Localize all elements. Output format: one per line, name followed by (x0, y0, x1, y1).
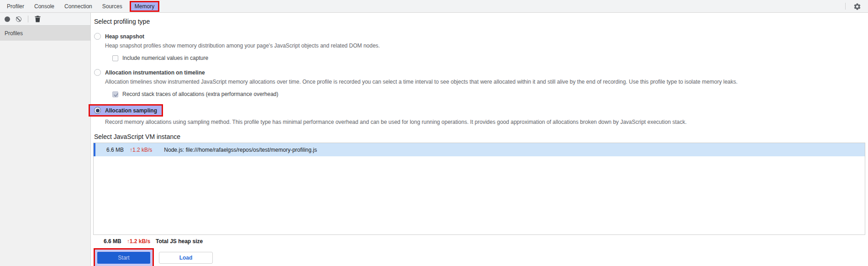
allocation-timeline-description: Allocation timelines show instrumented J… (105, 79, 868, 85)
start-button[interactable]: Start (97, 252, 150, 264)
heap-snapshot-label: Heap snapshot (105, 33, 144, 40)
action-buttons-row: Start Load (94, 248, 868, 266)
include-numerical-values-label: Include numerical values in capture (122, 55, 208, 61)
annotation-box-start: Start (94, 248, 154, 266)
tab-connection[interactable]: Connection (59, 0, 97, 12)
vm-instance-row[interactable]: 6.6 MB ↑1.2 kB/s Node.js: file:///home/r… (94, 143, 865, 156)
allocation-sampling-label[interactable]: Allocation sampling (105, 107, 157, 114)
devtools-tabbar: Profiler Console Connection Sources Memo… (0, 0, 868, 13)
profiles-sidebar: Profiles (0, 26, 91, 266)
allocation-sampling-description: Record memory allocations using sampling… (105, 119, 868, 125)
clear-icon[interactable] (16, 16, 21, 22)
vm-instance-table: 6.6 MB ↑1.2 kB/s Node.js: file:///home/r… (93, 143, 865, 235)
record-icon[interactable] (5, 16, 10, 22)
record-stack-traces-label: Record stack traces of allocations (extr… (122, 91, 279, 97)
allocation-timeline-radio[interactable] (94, 69, 101, 76)
gear-icon[interactable] (853, 2, 861, 11)
toolbar-separator (28, 16, 28, 22)
vm-heap-rate: ↑1.2 kB/s (130, 147, 152, 153)
total-heap-size-value: 6.6 MB (104, 238, 121, 245)
sidebar-item-profiles[interactable]: Profiles (0, 26, 90, 41)
vm-heap-size: 6.6 MB (105, 147, 124, 153)
option-heap-snapshot[interactable]: Heap snapshot (94, 33, 868, 40)
profiling-type-heading: Select profiling type (94, 18, 868, 25)
heap-snapshot-radio[interactable] (94, 33, 101, 40)
option-allocation-timeline[interactable]: Allocation instrumentation on timeline (94, 69, 868, 76)
include-numerical-values-row[interactable]: Include numerical values in capture (112, 55, 868, 61)
memory-panel: Select profiling type Heap snapshot Heap… (91, 13, 868, 266)
total-heap-footer: 6.6 MB ↑1.2 kB/s Total JS heap size (104, 238, 868, 245)
allocation-sampling-radio[interactable] (94, 107, 101, 114)
tab-sources[interactable]: Sources (97, 0, 127, 12)
total-heap-rate-value: ↑1.2 kB/s (127, 238, 150, 245)
vm-instance-heading: Select JavaScript VM instance (94, 133, 868, 140)
tab-console[interactable]: Console (29, 0, 59, 12)
trash-icon[interactable] (35, 16, 41, 22)
gear-icon-glyph (853, 3, 861, 11)
memory-toolbar (0, 13, 91, 26)
heap-snapshot-description: Heap snapshot profiles show memory distr… (105, 43, 868, 49)
vm-instance-name: Node.js: file:///home/rafaelgss/repos/os… (164, 147, 317, 153)
include-numerical-values-checkbox[interactable] (112, 55, 118, 61)
tab-memory[interactable]: Memory (130, 1, 159, 12)
trash-icon-glyph (35, 16, 41, 22)
tabbar-divider (845, 3, 846, 10)
annotation-box-allocation-sampling: Allocation sampling (89, 104, 163, 117)
record-stack-traces-checkbox[interactable] (112, 91, 118, 97)
allocation-timeline-label: Allocation instrumentation on timeline (105, 69, 205, 76)
total-heap-size-label: Total JS heap size (156, 238, 203, 245)
load-button[interactable]: Load (159, 252, 213, 264)
record-stack-traces-row[interactable]: Record stack traces of allocations (extr… (112, 91, 868, 97)
tab-profiler[interactable]: Profiler (2, 0, 29, 12)
